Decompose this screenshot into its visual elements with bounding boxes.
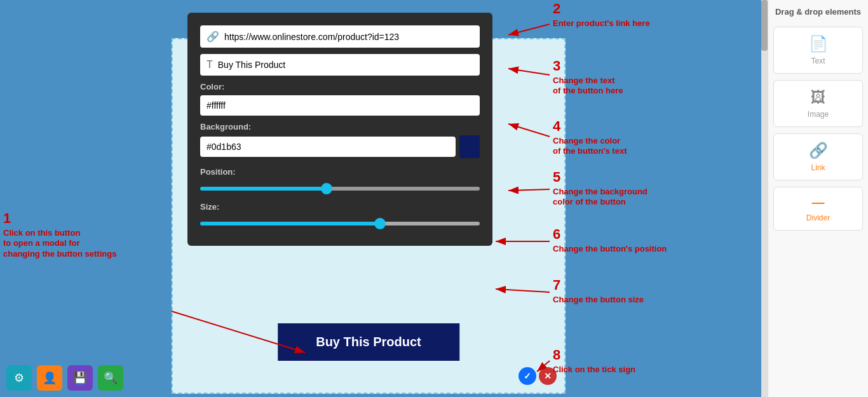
- image-element-label: Image: [808, 110, 829, 119]
- background-swatch[interactable]: [459, 135, 480, 158]
- position-slider[interactable]: [200, 187, 480, 191]
- color-field-row: [200, 95, 480, 116]
- scrollbar[interactable]: [761, 0, 768, 397]
- link-input[interactable]: [224, 32, 473, 42]
- color-label: Color:: [200, 82, 480, 91]
- sidebar-title: Drag & drop elements: [773, 6, 863, 18]
- link-element-icon: 🔗: [809, 142, 828, 159]
- background-input[interactable]: [207, 142, 449, 152]
- link-field[interactable]: 🔗: [200, 25, 480, 48]
- scroll-thumb[interactable]: [761, 0, 768, 51]
- size-label: Size:: [200, 202, 480, 212]
- sidebar-item-link[interactable]: 🔗 Link: [773, 133, 863, 180]
- modal-panel: 🔗 T Color: Background: Position:: [187, 13, 492, 246]
- background-field-row: [200, 135, 480, 158]
- sidebar-item-image[interactable]: 🖼 Image: [773, 80, 863, 127]
- text-field[interactable]: T: [200, 54, 480, 76]
- link-element-label: Link: [811, 163, 825, 172]
- save-toolbar-btn[interactable]: 💾: [67, 365, 93, 391]
- right-sidebar: Drag & drop elements 📄 Text 🖼 Image 🔗 Li…: [768, 0, 868, 397]
- image-element-icon: 🖼: [811, 88, 826, 106]
- text-element-icon: 📄: [809, 35, 828, 53]
- buy-button-canvas[interactable]: Buy This Product: [278, 323, 459, 361]
- divider-element-icon: —: [812, 195, 825, 210]
- annotation-1: 1 Click on this button to open a modal f…: [3, 210, 116, 260]
- size-slider-wrap[interactable]: [200, 217, 480, 228]
- sidebar-item-text[interactable]: 📄 Text: [773, 27, 863, 74]
- search-toolbar-btn[interactable]: 🔍: [98, 365, 123, 391]
- annotation-5: 5 Change the background color of the but…: [553, 168, 648, 208]
- position-slider-wrap[interactable]: [200, 182, 480, 193]
- user-toolbar-btn[interactable]: 👤: [37, 365, 62, 391]
- canvas-area: Buy This Product ✓ ✕ 🔗 T Color: Backgrou…: [0, 0, 768, 397]
- color-input-wrap[interactable]: [200, 95, 480, 116]
- settings-toolbar-btn[interactable]: ⚙: [6, 365, 32, 391]
- svg-line-1: [508, 24, 550, 35]
- divider-element-label: Divider: [806, 213, 830, 222]
- text-input[interactable]: [218, 60, 473, 70]
- tick-button[interactable]: ✓: [519, 367, 536, 385]
- bottom-toolbar: ⚙ 👤 💾 🔍: [0, 359, 130, 397]
- text-icon: T: [207, 59, 213, 71]
- annotation-2: 2 Enter product's link here: [553, 0, 650, 29]
- link-icon: 🔗: [207, 30, 219, 43]
- sidebar-item-divider[interactable]: — Divider: [773, 187, 863, 231]
- color-input[interactable]: [207, 100, 473, 111]
- position-label: Position:: [200, 167, 480, 177]
- size-slider[interactable]: [200, 222, 480, 225]
- annotation-7: 7 Change the button size: [553, 276, 644, 305]
- close-button[interactable]: ✕: [539, 367, 557, 385]
- annotation-6: 6 Change the button's position: [553, 225, 667, 254]
- background-input-wrap[interactable]: [200, 137, 456, 157]
- background-label: Background:: [200, 122, 480, 131]
- canvas-controls: ✓ ✕: [519, 367, 557, 385]
- text-element-label: Text: [811, 57, 825, 65]
